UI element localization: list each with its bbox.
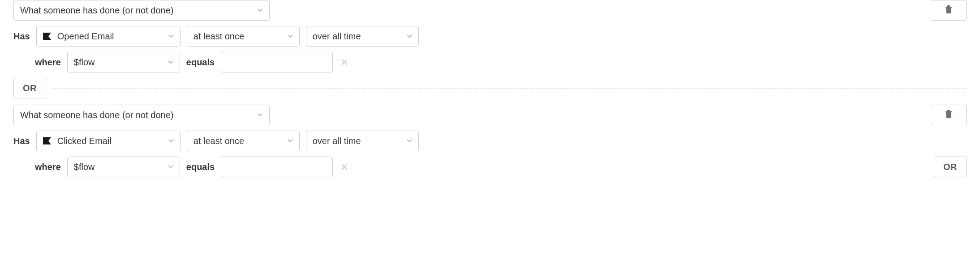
chevron-down-icon [168, 60, 173, 64]
svg-rect-2 [946, 111, 952, 112]
svg-rect-3 [947, 110, 950, 111]
timeframe-select[interactable]: over all time [306, 26, 419, 47]
chevron-down-icon [407, 139, 412, 143]
timeframe-label: over all time [313, 31, 361, 42]
or-operator-label[interactable]: OR [13, 78, 46, 98]
delete-condition-button[interactable] [931, 0, 967, 21]
where-label: where [35, 162, 61, 172]
equals-label: equals [186, 57, 215, 68]
condition-type-select[interactable]: What someone has done (or not done) [13, 105, 270, 125]
event-label: Opened Email [57, 31, 114, 42]
filter-value-input[interactable] [221, 157, 333, 177]
condition-type-label: What someone has done (or not done) [20, 5, 173, 16]
equals-label: equals [186, 162, 215, 172]
chevron-down-icon [288, 139, 293, 143]
trash-icon [945, 5, 953, 16]
frequency-label: at least once [193, 31, 244, 42]
chevron-down-icon [168, 139, 174, 143]
has-label: Has [13, 136, 30, 146]
timeframe-select[interactable]: over all time [306, 131, 419, 151]
close-icon [341, 163, 348, 170]
flag-icon [43, 137, 52, 144]
remove-filter-button[interactable] [339, 59, 350, 66]
chevron-down-icon [407, 34, 412, 38]
delete-condition-button[interactable] [931, 105, 967, 125]
filter-field-select[interactable]: $flow [67, 157, 180, 177]
divider-line [52, 88, 967, 89]
filter-value-input[interactable] [221, 52, 333, 72]
svg-rect-1 [947, 5, 950, 7]
event-select[interactable]: Opened Email [36, 26, 181, 47]
condition-type-select[interactable]: What someone has done (or not done) [13, 0, 270, 21]
svg-rect-0 [946, 7, 952, 8]
event-label: Clicked Email [57, 136, 112, 146]
filter-field-label: $flow [74, 162, 95, 172]
timeframe-label: over all time [313, 136, 361, 146]
chevron-down-icon [168, 34, 174, 38]
filter-field-select[interactable]: $flow [67, 52, 180, 72]
trash-icon [945, 110, 953, 121]
has-label: Has [13, 31, 30, 42]
add-or-button[interactable]: OR [934, 157, 967, 177]
chevron-down-icon [168, 165, 173, 169]
frequency-label: at least once [193, 136, 244, 146]
event-select[interactable]: Clicked Email [36, 131, 181, 151]
frequency-select[interactable]: at least once [187, 131, 300, 151]
remove-filter-button[interactable] [339, 163, 350, 170]
condition-type-label: What someone has done (or not done) [20, 110, 173, 120]
chevron-down-icon [258, 8, 263, 12]
where-label: where [35, 57, 61, 68]
filter-field-label: $flow [74, 57, 95, 68]
flag-icon [43, 33, 52, 40]
chevron-down-icon [288, 34, 293, 38]
close-icon [341, 59, 348, 66]
frequency-select[interactable]: at least once [187, 26, 300, 47]
chevron-down-icon [258, 113, 263, 117]
